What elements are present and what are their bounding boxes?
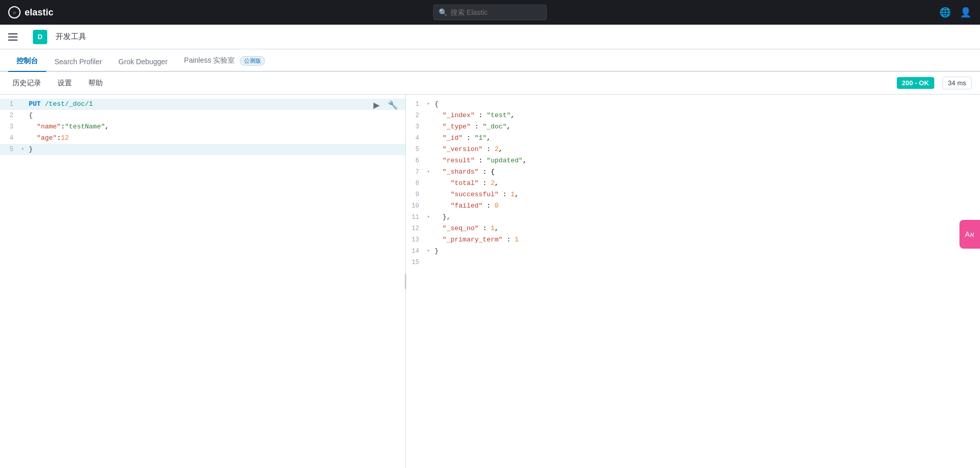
fold-gutter[interactable]: ▾ (18, 144, 27, 155)
user-avatar: D (33, 30, 47, 44)
resp-line-10: 10 "failed" : 0 (406, 200, 980, 212)
line-content: { (27, 110, 405, 121)
nav-right: 🌐 👤 (939, 6, 972, 18)
status-badge: 200 - OK (897, 77, 934, 89)
tab-console[interactable]: 控制台 (8, 51, 46, 72)
line-content: PUT /test/_doc/1 (27, 99, 405, 110)
request-editor[interactable]: 1 PUT /test/_doc/1 2 { 3 "name":"testNam… (0, 95, 405, 468)
tab-painless[interactable]: Painless 实验室 公测版 (176, 51, 273, 72)
help-button[interactable]: 帮助 (84, 77, 107, 90)
resp-line-8: 8 "total" : 2, (406, 178, 980, 189)
line-number: 5 (0, 144, 18, 155)
resp-line-3: 3 "_type" : "_doc", (406, 121, 980, 133)
time-badge: 34 ms (943, 77, 972, 89)
assist-icon: Aא (965, 230, 974, 238)
resp-line-15: 15 (406, 257, 980, 268)
hamburger-menu-button[interactable] (8, 29, 25, 45)
tabs-bar: 控制台 Search Profiler Grok Debugger Painle… (0, 49, 980, 72)
resp-line-13: 13 "_primary_term" : 1 (406, 234, 980, 246)
line-content: "name":"testName", (27, 121, 405, 133)
beta-badge: 公测版 (240, 56, 265, 66)
tab-search-profiler[interactable]: Search Profiler (46, 52, 110, 72)
editor-area: 1 PUT /test/_doc/1 2 { 3 "name":"testNam… (0, 95, 980, 468)
line-content: } (27, 144, 405, 155)
code-line-2: 2 { (0, 110, 405, 121)
resp-line-5: 5 "_version" : 2, (406, 144, 980, 155)
line-number: 2 (0, 110, 18, 121)
elastic-logo-icon: ○ (8, 6, 21, 18)
resp-line-11: 11 ▾ }, (406, 212, 980, 223)
history-button[interactable]: 历史记录 (8, 77, 45, 90)
resp-line-12: 12 "_seq_no" : 1, (406, 223, 980, 234)
resp-line-6: 6 "result" : "updated", (406, 155, 980, 166)
resp-line-2: 2 "_index" : "test", (406, 110, 980, 121)
app-title: 开发工具 (55, 32, 86, 42)
logo-area: ○ elastic (8, 6, 70, 18)
app-logo-text: elastic (25, 7, 53, 18)
sub-nav: D 开发工具 (0, 25, 980, 49)
search-input[interactable] (434, 5, 547, 20)
tab-grok-debugger[interactable]: Grok Debugger (110, 52, 176, 72)
resp-line-1: 1 ▾ { (406, 99, 980, 110)
resize-handle[interactable] (403, 95, 408, 468)
wrench-icon[interactable]: 🔧 (387, 99, 399, 111)
settings-button[interactable]: 设置 (53, 77, 76, 90)
toolbar: 历史记录 设置 帮助 200 - OK 34 ms (0, 72, 980, 95)
response-editor: 1 ▾ { 2 "_index" : "test", 3 "_type" : "… (406, 95, 980, 272)
search-icon: 🔍 (439, 8, 447, 16)
top-nav: ○ elastic 🔍 🌐 👤 (0, 0, 980, 25)
line-number: 3 (0, 121, 18, 133)
line-number: 1 (0, 99, 18, 110)
assist-button[interactable]: Aא (959, 220, 980, 249)
resp-line-7: 7 ▾ "_shards" : { (406, 166, 980, 178)
code-line-5: 5 ▾ } (0, 144, 405, 155)
code-line-1: 1 PUT /test/_doc/1 (0, 99, 405, 110)
code-line-4: 4 "age":12 (0, 133, 405, 144)
global-search[interactable]: 🔍 (434, 5, 547, 20)
user-icon[interactable]: 👤 (959, 6, 972, 18)
resp-line-4: 4 "_id" : "1", (406, 133, 980, 144)
resize-handle-bar (405, 274, 406, 289)
left-editor-pane: 1 PUT /test/_doc/1 2 { 3 "name":"testNam… (0, 95, 406, 468)
line-number: 4 (0, 133, 18, 144)
resp-line-9: 9 "successful" : 1, (406, 189, 980, 200)
run-icon[interactable]: ▶ (370, 99, 383, 111)
line-content: "age":12 (27, 133, 405, 144)
editor-actions: ▶ 🔧 (370, 99, 399, 111)
resp-line-14: 14 ▾ } (406, 246, 980, 257)
globe-icon[interactable]: 🌐 (939, 6, 951, 18)
right-editor-pane: 1 ▾ { 2 "_index" : "test", 3 "_type" : "… (406, 95, 980, 468)
code-line-3: 3 "name":"testName", (0, 121, 405, 133)
